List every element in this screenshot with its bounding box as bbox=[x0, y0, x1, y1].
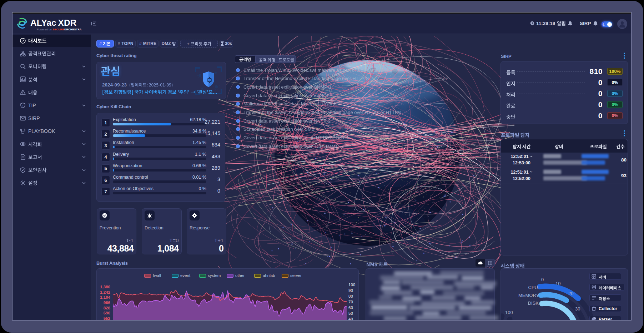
svg-text:!: ! bbox=[22, 104, 24, 107]
